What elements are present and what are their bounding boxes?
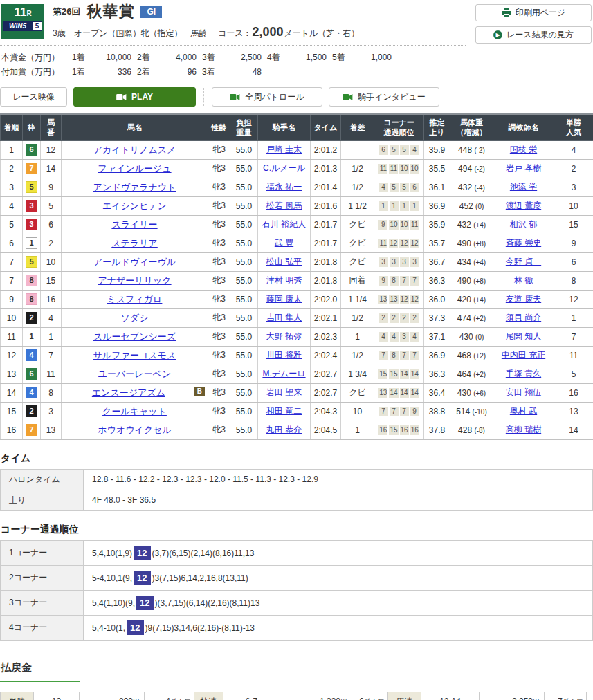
carried-weight: 55.0 bbox=[230, 365, 258, 383]
corner-position-chip: 7 bbox=[390, 407, 399, 416]
horse-name-link[interactable]: アナザーリリック bbox=[98, 275, 171, 286]
trainer-link[interactable]: 岩戸 孝樹 bbox=[506, 163, 541, 173]
finish-time: 2:02.1 bbox=[311, 308, 341, 327]
corner-positions-cell: 13141414 bbox=[374, 383, 424, 402]
margin: クビ bbox=[341, 383, 374, 402]
jockey-link[interactable]: 川田 将雅 bbox=[266, 350, 302, 360]
horse-number: 10 bbox=[41, 252, 62, 271]
horse-weight-cell: 452 (0) bbox=[450, 196, 493, 215]
jockey-link[interactable]: 松若 風馬 bbox=[266, 201, 302, 210]
corner-order-pre: 5,4-10(1, bbox=[92, 623, 125, 633]
trainer-link[interactable]: 相沢 郁 bbox=[510, 219, 537, 229]
finish-time: 2:01.7 bbox=[311, 215, 341, 234]
horse-name-link[interactable]: ソダシ bbox=[121, 313, 149, 323]
last-3f: 36.3 bbox=[424, 365, 450, 383]
horse-weight-diff: (0) bbox=[475, 203, 484, 210]
horse-weight-diff: (-2) bbox=[474, 147, 485, 154]
trainer-link[interactable]: 須貝 尚介 bbox=[506, 313, 541, 322]
horse-name-link[interactable]: ホウオウイクセル bbox=[98, 425, 171, 435]
horse-name-link[interactable]: クールキャット bbox=[102, 406, 167, 416]
trainer-link[interactable]: 斉藤 崇史 bbox=[506, 238, 541, 248]
trainer-link[interactable]: 池添 学 bbox=[510, 182, 537, 192]
corner-position-chip: 4 bbox=[410, 332, 419, 342]
trainer-link[interactable]: 手塚 貴久 bbox=[506, 369, 541, 378]
horse-name-link[interactable]: ファインルージュ bbox=[98, 163, 171, 174]
jockey-link[interactable]: 戸崎 圭太 bbox=[266, 145, 302, 154]
payout-title-underline bbox=[0, 681, 80, 682]
horse-weight-diff: (+8) bbox=[473, 240, 486, 248]
play-button[interactable]: PLAY bbox=[73, 87, 196, 107]
horse-weight-diff: (0) bbox=[475, 333, 484, 341]
horse-name-link[interactable]: エンスージアズム bbox=[92, 387, 165, 398]
finish-time: 2:01.8 bbox=[311, 271, 341, 290]
horse-name-link[interactable]: スルーセブンシーズ bbox=[93, 331, 176, 342]
jockey-link[interactable]: 藤岡 康太 bbox=[266, 294, 302, 304]
jockey-link[interactable]: 丸田 恭介 bbox=[266, 425, 302, 434]
race-title-area: 11R WIN5 5 第26回 秋華賞 GI 3歳 オープン（国際）牝（指定） … bbox=[0, 3, 466, 46]
horse-weight: 432 bbox=[457, 220, 473, 230]
race-video-button[interactable]: レース映像 bbox=[0, 87, 67, 107]
horse-name-cell: アナザーリリック bbox=[62, 271, 208, 290]
corner-positions-cell: 11121212 bbox=[374, 234, 424, 252]
corner-positions-cell: 9101011 bbox=[374, 215, 424, 234]
jockey-link[interactable]: 津村 明秀 bbox=[266, 275, 302, 285]
trainer-link[interactable]: 安田 翔伍 bbox=[506, 387, 541, 397]
main-prize-row: 本賞金（万円） 1着10,000 2着4,000 3着2,500 4着1,500… bbox=[1, 50, 593, 65]
horse-name-link[interactable]: ユーバーレーベン bbox=[98, 369, 172, 379]
trainer-link[interactable]: 尾関 知人 bbox=[506, 331, 541, 341]
horse-weight-diff: (+4) bbox=[473, 259, 486, 266]
corner-row-label: 3コーナー bbox=[1, 590, 84, 615]
horse-weight-cell: 430 (0) bbox=[450, 327, 493, 346]
horse-name-link[interactable]: アールドヴィーヴル bbox=[93, 257, 176, 267]
trainer-link[interactable]: 今野 貞一 bbox=[506, 257, 541, 266]
trainer-link[interactable]: 国枝 栄 bbox=[510, 145, 537, 154]
horse-weight-cell: 468 (+2) bbox=[450, 346, 493, 365]
horse-name-link[interactable]: サルファーコスモス bbox=[93, 350, 176, 360]
jockey-link[interactable]: 石川 裕紀人 bbox=[262, 219, 306, 229]
jockey-link[interactable]: C.ルメール bbox=[263, 163, 305, 173]
jockey-link[interactable]: 大野 拓弥 bbox=[266, 331, 302, 341]
jockey-link[interactable]: 岩田 望来 bbox=[266, 387, 302, 397]
trainer-link[interactable]: 高柳 瑞樹 bbox=[506, 425, 541, 434]
corner-positions-cell: 6554 bbox=[374, 140, 424, 159]
trainer-cell: 岩戸 孝樹 bbox=[493, 159, 554, 178]
finish-position: 14 bbox=[1, 383, 23, 402]
trainer-cell: 斉藤 崇史 bbox=[493, 234, 554, 252]
jockey-link[interactable]: 武 豊 bbox=[275, 238, 293, 248]
jockey-link[interactable]: 福永 祐一 bbox=[266, 182, 302, 192]
trainer-link[interactable]: 奥村 武 bbox=[510, 406, 537, 416]
jockey-link[interactable]: 吉田 隼人 bbox=[266, 313, 302, 322]
payout-popularity: 6 bbox=[359, 697, 364, 700]
horse-number: 1 bbox=[41, 327, 62, 346]
horse-name-link[interactable]: アカイトリノムスメ bbox=[93, 145, 176, 155]
corner-position-chip: 10 bbox=[400, 220, 409, 230]
horse-name-link[interactable]: ステラリア bbox=[111, 238, 158, 248]
trainer-link[interactable]: 林 徹 bbox=[514, 275, 533, 285]
last-3f: 36.7 bbox=[424, 252, 450, 271]
jockey-interview-button[interactable]: 騎手インタビュー bbox=[329, 87, 439, 107]
sex-age: 牝3 bbox=[208, 383, 230, 402]
horse-name-link[interactable]: ミスフィガロ bbox=[107, 294, 163, 304]
corner-positions-cell: 15151414 bbox=[374, 365, 424, 383]
finish-time: 2:01.3 bbox=[311, 159, 341, 178]
trainer-link[interactable]: 渡辺 薫彦 bbox=[506, 201, 541, 210]
corner-position-chip: 12 bbox=[399, 239, 408, 248]
trainer-link[interactable]: 中内田 充正 bbox=[502, 350, 545, 360]
race-number: 11R bbox=[3, 6, 42, 19]
win-favorite-rank: 8 bbox=[554, 271, 593, 290]
corner-positions-cell: 2222 bbox=[374, 308, 424, 327]
corner-position-chip: 3 bbox=[400, 332, 409, 342]
print-page-button[interactable]: 印刷用ページ bbox=[475, 4, 592, 21]
jockey-cell: 松若 風馬 bbox=[258, 196, 311, 215]
horse-name-link[interactable]: アンドヴァラナウト bbox=[93, 182, 176, 192]
jockey-link[interactable]: 松山 弘平 bbox=[266, 257, 302, 266]
horse-name-link[interactable]: エイシンヒテン bbox=[102, 201, 167, 211]
result-guide-button[interactable]: ▶ レース結果の見方 bbox=[475, 26, 592, 44]
jockey-link[interactable]: 和田 竜二 bbox=[266, 406, 302, 416]
jockey-link[interactable]: M.デムーロ bbox=[262, 369, 305, 378]
horse-name-link[interactable]: スライリー bbox=[111, 219, 157, 230]
patrol-video-button[interactable]: 全周パトロール bbox=[212, 87, 322, 107]
payout-row: 単勝12890円4番人気枠連6-71,330円6番人気馬連12-142,250円… bbox=[1, 692, 587, 700]
trainer-link[interactable]: 友道 康夫 bbox=[506, 294, 541, 304]
last-3f: 35.5 bbox=[424, 159, 450, 178]
